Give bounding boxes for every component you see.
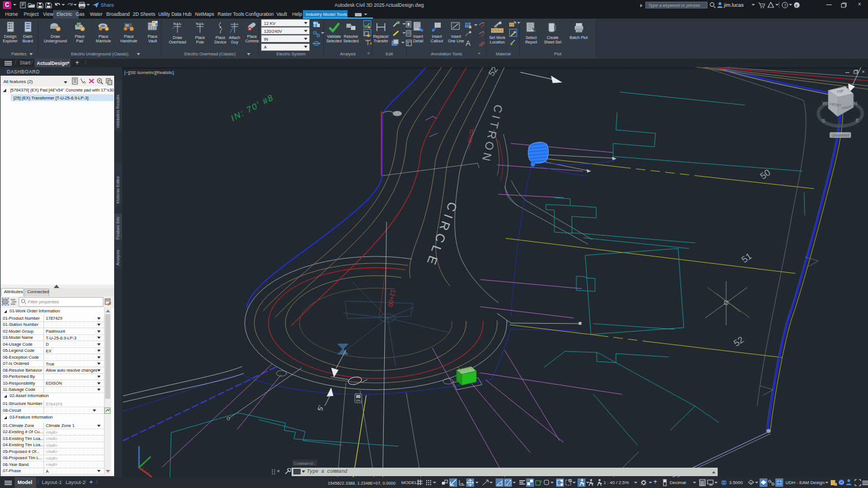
svg-text:50: 50 — [758, 167, 772, 181]
svg-text:52: 52 — [487, 67, 500, 78]
svg-text:N: N — [853, 100, 857, 106]
svg-text:W: W — [822, 100, 827, 106]
svg-text:5': 5' — [316, 404, 325, 411]
svg-text:52: 52 — [732, 334, 745, 348]
svg-text:Unnamed: Unnamed — [832, 133, 849, 137]
svg-text:E: E — [856, 117, 859, 123]
svg-text:Command:: Command: — [294, 461, 315, 466]
svg-text:IN: 70' #8: IN: 70' #8 — [229, 92, 275, 123]
svg-text:S: S — [822, 117, 825, 124]
svg-text:e: e — [796, 3, 798, 7]
svg-text:?: ? — [784, 3, 787, 8]
svg-text:51: 51 — [740, 251, 753, 264]
